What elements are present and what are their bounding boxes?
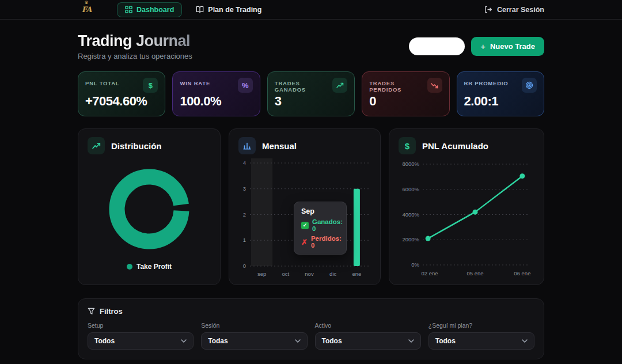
stat-label: TRADES PERDIDOS <box>369 80 427 93</box>
target-icon <box>522 78 537 93</box>
dollar-icon: $ <box>399 137 416 154</box>
grid-icon <box>125 6 132 13</box>
filters-title: Filtros <box>100 307 123 316</box>
svg-text:02 ene: 02 ene <box>421 270 438 276</box>
svg-text:1: 1 <box>243 237 246 243</box>
chart-title: PNL Acumulado <box>422 141 488 151</box>
blank-white-button[interactable] <box>409 37 465 55</box>
nav-item-dashboard[interactable]: Dashboard <box>117 2 182 17</box>
segui-mi-plan-select[interactable]: Todos <box>428 332 534 350</box>
stat-card-rr-promedio: RR PROMEDIO 2.00:1 <box>457 71 544 116</box>
svg-text:3: 3 <box>243 185 246 192</box>
filter-field-sesion: Sesión Todas <box>201 322 307 350</box>
svg-text:dic: dic <box>329 271 336 277</box>
monthly-card: Mensual 01234sepoctnovdicene Sep ✓ Ganad… <box>229 128 381 285</box>
activo-select[interactable]: Todos <box>315 332 421 350</box>
svg-text:06 ene: 06 ene <box>514 270 530 276</box>
filter-label: ¿Seguí mi plan? <box>428 322 534 329</box>
select-value: Todas <box>208 337 227 345</box>
logo-monogram: FA <box>82 5 92 14</box>
svg-text:4000%: 4000% <box>402 211 419 218</box>
logout-label: Cerrar Sesión <box>497 6 544 14</box>
nav-item-label: Plan de Trading <box>208 6 261 14</box>
filter-field-setup: Setup Todos <box>88 322 194 350</box>
filter-label: Activo <box>315 322 421 329</box>
filter-label: Sesión <box>201 322 307 329</box>
trending-up-icon <box>88 137 105 154</box>
new-trade-label: Nuevo Trade <box>490 42 535 51</box>
logo-crown-icon: ♛ <box>84 0 88 5</box>
chevron-down-icon <box>408 339 414 343</box>
stat-card-trades-perdidos: TRADES PERDIDOS 0 <box>362 71 449 116</box>
logout-button[interactable]: Cerrar Sesión <box>484 6 544 14</box>
svg-text:nov: nov <box>305 271 314 277</box>
plus-icon: + <box>480 42 486 51</box>
svg-text:ene: ene <box>352 271 361 277</box>
dollar-icon: $ <box>143 78 158 93</box>
filter-field-activo: Activo Todos <box>315 322 421 350</box>
stat-card-win-rate: WIN RATE % 100.0% <box>172 71 260 116</box>
svg-text:6000%: 6000% <box>402 186 419 192</box>
pnl-acumulado-card: $ PNL Acumulado 0%2000%4000%6000%8000%02… <box>389 128 544 285</box>
logout-icon <box>484 6 492 13</box>
percent-icon: % <box>238 78 253 93</box>
svg-text:oct: oct <box>282 271 289 277</box>
book-icon <box>196 6 204 13</box>
tooltip-ganados: Ganados: 0 <box>312 218 343 232</box>
trending-up-icon <box>332 78 347 93</box>
stat-label: PNL TOTAL <box>85 80 119 86</box>
top-navigation: ♛ FA Dashboard Plan de Trading Cerrar Se… <box>0 0 622 20</box>
stat-value: 2.00:1 <box>464 94 537 109</box>
chart-tooltip: Sep ✓ Ganados: 0 ✗ Perdidos: 0 <box>294 202 347 255</box>
stat-value: 3 <box>275 94 347 109</box>
page-title: Trading Journal <box>78 32 192 50</box>
svg-text:0%: 0% <box>411 261 419 268</box>
page-subtitle: Registra y analiza tus operaciones <box>78 52 192 60</box>
distribution-donut-chart[interactable] <box>109 169 189 249</box>
distribution-card: Distribución Take Profit <box>78 128 221 285</box>
trending-down-icon <box>427 78 442 93</box>
chevron-down-icon <box>522 339 528 343</box>
pnl-line-chart[interactable]: 0%2000%4000%6000%8000%02 ene05 ene06 ene <box>399 156 534 280</box>
select-value: Todos <box>94 337 115 345</box>
check-icon: ✓ <box>301 222 309 229</box>
stat-value: +7054.60% <box>85 94 158 109</box>
new-trade-button[interactable]: + Nuevo Trade <box>471 37 544 56</box>
filter-label: Setup <box>88 322 194 329</box>
setup-select[interactable]: Todos <box>88 332 194 350</box>
charts-row: Distribución Take Profit <box>78 128 544 285</box>
stat-label: RR PROMEDIO <box>464 80 509 86</box>
stat-value: 100.0% <box>180 94 252 109</box>
chevron-down-icon <box>295 339 301 343</box>
app-logo[interactable]: ♛ FA <box>78 2 95 17</box>
svg-text:05 ene: 05 ene <box>466 270 483 276</box>
tooltip-perdidos: Perdidos: 0 <box>311 235 342 249</box>
stat-label: TRADES GANADOS <box>275 80 333 93</box>
stat-card-pnl-total: PNL TOTAL $ +7054.60% <box>78 71 165 116</box>
chart-title: Mensual <box>262 141 297 151</box>
legend-dot-icon <box>127 264 132 270</box>
svg-text:4: 4 <box>243 160 246 166</box>
filter-field-segui-mi-plan: ¿Seguí mi plan? Todos <box>428 322 534 350</box>
legend-label: Take Profit <box>136 263 172 271</box>
svg-text:0: 0 <box>243 263 246 269</box>
chevron-down-icon <box>181 339 187 343</box>
nav-item-label: Dashboard <box>136 6 174 14</box>
stat-card-trades-ganados: TRADES GANADOS 3 <box>267 71 355 116</box>
select-value: Todos <box>435 337 456 345</box>
page-header: Trading Journal Registra y analiza tus o… <box>78 32 544 60</box>
tooltip-month: Sep <box>301 207 339 215</box>
stat-value: 0 <box>369 94 442 109</box>
donut-legend: Take Profit <box>127 263 172 271</box>
chart-title: Distribución <box>111 141 162 151</box>
svg-text:8000%: 8000% <box>402 161 419 167</box>
svg-text:2: 2 <box>243 211 246 218</box>
bar-chart-icon <box>238 137 256 154</box>
select-value: Todos <box>322 337 342 345</box>
sesion-select[interactable]: Todas <box>201 332 307 350</box>
svg-text:sep: sep <box>257 271 266 277</box>
stats-row: PNL TOTAL $ +7054.60% WIN RATE % 100.0% … <box>78 71 544 116</box>
stat-label: WIN RATE <box>180 80 210 86</box>
cross-icon: ✗ <box>301 238 308 246</box>
nav-item-plan-de-trading[interactable]: Plan de Trading <box>188 2 270 17</box>
